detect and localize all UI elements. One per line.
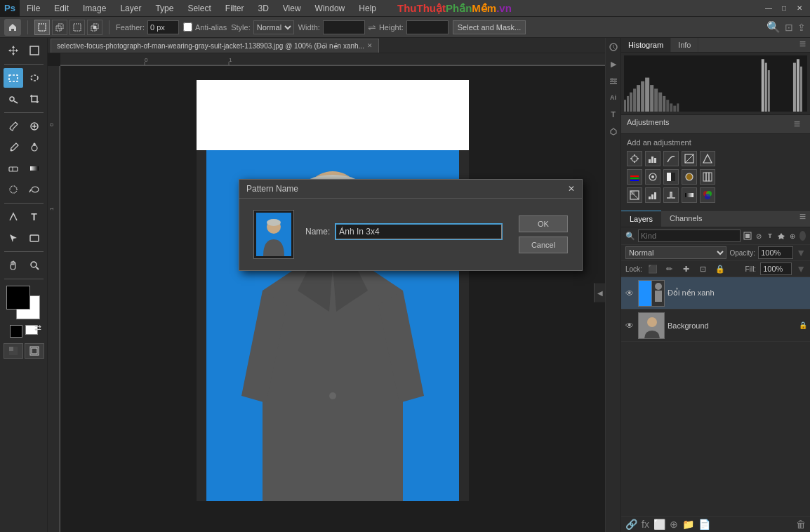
lock-image-btn[interactable]: ✏ (663, 262, 676, 275)
hand-tool[interactable] (4, 255, 23, 275)
type-icon[interactable]: T (607, 108, 620, 121)
menu-view[interactable]: View (276, 0, 308, 17)
exposure-adj-btn[interactable] (682, 151, 697, 166)
canvas-area[interactable]: 0 1 0 1 (48, 53, 605, 532)
screen-mode-btn[interactable] (25, 343, 44, 359)
menu-filter[interactable]: Filter (218, 0, 251, 17)
bw-adj-btn[interactable] (663, 169, 679, 185)
levels-adj-btn[interactable] (645, 151, 660, 166)
curves-adj-btn[interactable] (663, 151, 679, 166)
feather-input[interactable] (147, 20, 179, 34)
width-input[interactable] (323, 20, 365, 34)
minimize-button[interactable]: — (764, 4, 774, 13)
layers-options-btn[interactable]: ≡ (795, 211, 810, 227)
selectivecolor-adj-btn[interactable] (700, 187, 715, 203)
panel-expand-btn[interactable]: ◀ (596, 286, 604, 300)
doc-container[interactable] (60, 66, 605, 532)
shape-tool[interactable] (25, 228, 44, 248)
dialog-name-input[interactable] (336, 224, 502, 239)
menu-file[interactable]: File (20, 0, 47, 17)
menu-image[interactable]: Image (76, 0, 113, 17)
menu-type[interactable]: Type (148, 0, 180, 17)
height-input[interactable] (406, 20, 449, 34)
swap-dimensions-btn[interactable]: ⇌ (368, 22, 376, 33)
filter-smart-btn[interactable]: ⊕ (788, 230, 797, 242)
move-tool[interactable] (4, 41, 23, 60)
add-adjustment-btn[interactable]: ⊕ (670, 519, 678, 530)
crop-tool[interactable] (25, 89, 44, 109)
layer-eye-background[interactable]: 👁 (624, 320, 635, 331)
quick-mask-btn[interactable] (4, 343, 23, 359)
brush-tool[interactable] (4, 138, 23, 157)
new-layer-btn[interactable]: 📄 (698, 519, 710, 530)
lock-artboard-btn[interactable]: ⊡ (697, 262, 710, 275)
histogram-tab[interactable]: Histogram (621, 38, 671, 52)
add-layer-style-btn[interactable]: fx (642, 519, 649, 530)
swap-colors-btn[interactable]: ⇄ (25, 325, 38, 335)
delete-layer-btn[interactable]: 🗑 (796, 519, 806, 530)
foreground-color-swatch[interactable] (6, 286, 30, 310)
opacity-input[interactable] (758, 246, 793, 259)
dialog-ok-btn[interactable]: OK (519, 215, 568, 232)
blur-tool[interactable] (4, 180, 23, 199)
home-button[interactable] (4, 19, 21, 36)
dodge-tool[interactable] (25, 180, 44, 199)
rectangular-marquee-tool[interactable] (4, 68, 23, 88)
channelmixer-adj-btn[interactable] (700, 169, 715, 185)
close-button[interactable]: ✕ (795, 4, 804, 13)
menu-3d[interactable]: 3D (251, 0, 275, 17)
adjustments-options-btn[interactable]: ≡ (790, 118, 804, 131)
gradient-tool[interactable] (25, 159, 44, 178)
colorbalance-adj-btn[interactable] (645, 169, 660, 185)
fill-chevron[interactable]: ▼ (796, 263, 806, 274)
menu-edit[interactable]: Edit (47, 0, 76, 17)
new-selection-btn[interactable] (34, 20, 50, 35)
play-btn[interactable]: ▶ (607, 58, 620, 70)
close-tab-btn[interactable]: ✕ (367, 42, 373, 49)
menu-select[interactable]: Select (180, 0, 218, 17)
subtract-selection-btn[interactable] (69, 20, 85, 35)
filter-shape-btn[interactable] (777, 230, 785, 242)
lock-position-btn[interactable]: ✚ (680, 262, 693, 275)
intersect-selection-btn[interactable] (87, 20, 102, 35)
default-colors-btn[interactable] (10, 325, 22, 338)
3d-icon[interactable] (607, 125, 620, 138)
clone-stamp-tool[interactable] (25, 138, 44, 157)
gradient-map-adj-btn[interactable] (682, 187, 697, 203)
filter-type-btn[interactable]: T (766, 230, 774, 242)
ai-icon[interactable]: Ai (607, 91, 620, 104)
channels-tab[interactable]: Channels (661, 211, 710, 227)
pen-tool[interactable] (4, 207, 23, 227)
menu-layer[interactable]: Layer (113, 0, 148, 17)
quick-select-tool[interactable] (4, 89, 23, 109)
filter-adj-btn[interactable]: ⊘ (755, 230, 763, 242)
menu-window[interactable]: Window (308, 0, 352, 17)
document-tab[interactable]: selective-focus-photograph-of-man-wearin… (51, 39, 379, 53)
posterize-adj-btn[interactable] (645, 187, 660, 203)
link-layers-btn[interactable]: 🔗 (625, 519, 637, 530)
layers-kind-filter[interactable] (638, 230, 741, 242)
maximize-button[interactable]: □ (779, 4, 789, 13)
layer-item-background[interactable]: 👁 Background 🔒 (621, 310, 810, 342)
blend-mode-select[interactable]: Normal (625, 246, 726, 259)
search-icon[interactable]: 🔍 (766, 20, 781, 34)
eyedropper-tool[interactable] (4, 117, 23, 136)
threshold-adj-btn[interactable] (663, 187, 679, 203)
menu-help[interactable]: Help (352, 0, 383, 17)
select-mask-button[interactable]: Select and Mask... (453, 20, 526, 34)
adjust-icon[interactable] (607, 74, 620, 87)
layers-tab[interactable]: Layers (621, 211, 661, 227)
vibrance-adj-btn[interactable] (700, 151, 715, 166)
history-brush-btn[interactable] (607, 41, 620, 53)
hsl-adj-btn[interactable] (627, 169, 642, 185)
dialog-close-btn[interactable]: ✕ (568, 184, 575, 194)
filter-toggle-btn[interactable] (799, 231, 806, 241)
fill-input[interactable] (760, 262, 792, 275)
text-tool[interactable]: T (25, 207, 44, 227)
info-tab[interactable]: Info (671, 38, 698, 52)
add-selection-btn[interactable] (52, 20, 67, 35)
histogram-options-btn[interactable]: ≡ (795, 38, 810, 52)
style-select[interactable]: Normal (253, 20, 294, 34)
opacity-chevron[interactable]: ▼ (796, 247, 806, 258)
lasso-tool[interactable] (25, 68, 44, 88)
